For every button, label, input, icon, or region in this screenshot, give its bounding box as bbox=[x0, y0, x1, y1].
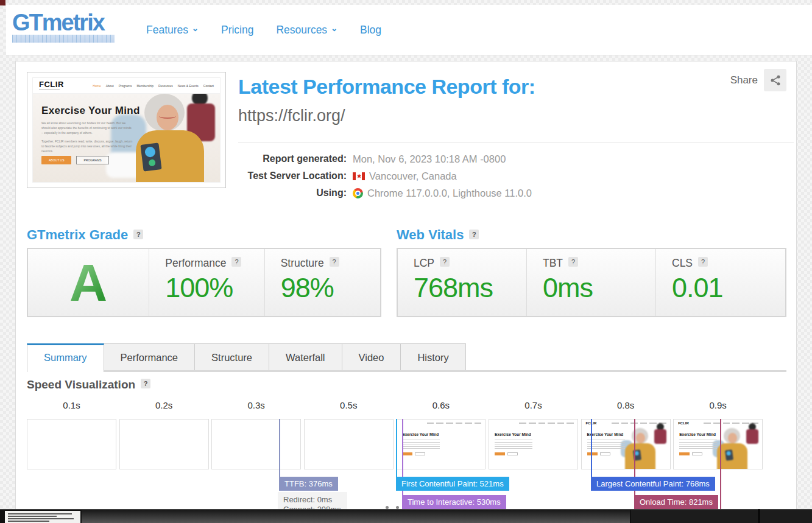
thumbnail-nav-links: Home About Programs Membership Resources… bbox=[93, 84, 214, 88]
performance-value: 100% bbox=[165, 272, 264, 304]
tbt-value: 0ms bbox=[543, 272, 655, 304]
tab-history[interactable]: History bbox=[401, 343, 465, 370]
time-label: 0.5s bbox=[304, 400, 394, 410]
thumbnail-nav: FCLIR Home About Programs Membership Res… bbox=[33, 78, 220, 94]
site-header: GTmetrix Features⌄ Pricing Resources⌄ Bl… bbox=[6, 5, 812, 55]
background-document-fragment bbox=[5, 511, 80, 523]
help-icon[interactable]: ? bbox=[568, 257, 578, 267]
fcp-marker-line bbox=[396, 419, 397, 477]
grade-heading: GTmetrix Grade? bbox=[27, 227, 143, 243]
nav-pricing[interactable]: Pricing bbox=[221, 24, 254, 37]
time-label: 0.6s bbox=[396, 400, 485, 410]
mini-button-outline bbox=[507, 452, 518, 455]
lcp-badge: Largest Contentful Paint: 768ms bbox=[591, 477, 715, 491]
woman-glasses bbox=[159, 113, 176, 119]
time-label: 0.7s bbox=[489, 400, 578, 410]
window-dot bbox=[396, 506, 399, 509]
help-icon[interactable]: ? bbox=[698, 257, 708, 267]
mini-heading: Exercise Your Mind bbox=[495, 432, 531, 437]
nav-features[interactable]: Features⌄ bbox=[146, 24, 199, 37]
thumbnail-paragraph: We all know about exercising our bodies … bbox=[41, 121, 133, 135]
gtmetrix-report-page: GTmetrix Features⌄ Pricing Resources⌄ Bl… bbox=[0, 0, 812, 523]
time-label: 0.9s bbox=[673, 400, 763, 410]
tab-performance[interactable]: Performance bbox=[104, 343, 195, 370]
about-us-button: ABOUT US bbox=[41, 156, 71, 164]
ruler-graphic bbox=[12, 35, 115, 43]
mini-button-outline bbox=[600, 452, 610, 455]
grade-letter: A bbox=[69, 256, 107, 309]
tbt-cell: TBT? 0ms bbox=[527, 249, 656, 316]
mini-button-outline bbox=[692, 452, 702, 455]
structure-cell: Structure? 98% bbox=[265, 249, 380, 316]
cls-value: 0.01 bbox=[672, 272, 785, 304]
grade-letter-cell: A bbox=[28, 249, 149, 316]
mini-nav bbox=[427, 423, 482, 424]
mini-paragraph bbox=[587, 440, 625, 449]
mini-button-orange bbox=[495, 452, 505, 455]
window-dot bbox=[386, 506, 389, 509]
help-icon[interactable]: ? bbox=[141, 379, 150, 388]
gtmetrix-logo-text: GTmetrix bbox=[12, 11, 115, 34]
lcp-marker-line bbox=[591, 419, 592, 477]
background-window-panel-right bbox=[631, 510, 812, 523]
time-label: 0.8s bbox=[581, 400, 671, 410]
mini-heading: Exercise Your Mind bbox=[402, 432, 439, 437]
filmstrip-frame-partial: Exercise Your Mind bbox=[489, 419, 578, 469]
site-thumbnail: FCLIR Home About Programs Membership Res… bbox=[27, 72, 226, 188]
filmstrip-frame-partial: Exercise Your Mind bbox=[396, 419, 485, 469]
thumbnail-paragraph: Together, FCLIR members read, write, dis… bbox=[41, 139, 133, 153]
tablet bbox=[140, 142, 161, 171]
mini-button-orange bbox=[587, 452, 598, 455]
help-icon[interactable]: ? bbox=[330, 257, 339, 267]
tab-summary[interactable]: Summary bbox=[27, 343, 104, 372]
nav-blog[interactable]: Blog bbox=[360, 24, 381, 37]
share-control: Share bbox=[730, 69, 786, 91]
share-button[interactable] bbox=[764, 69, 786, 91]
mini-paragraph bbox=[402, 440, 440, 449]
fclir-logo: FCLIR bbox=[39, 81, 64, 90]
main-nav: Features⌄ Pricing Resources⌄ Blog bbox=[146, 5, 381, 55]
chevron-down-icon: ⌄ bbox=[192, 24, 199, 33]
report-meta: Report generated: Mon, Nov 6, 2023 10:18… bbox=[238, 150, 532, 202]
vitals-box: LCP? 768ms TBT? 0ms CLS? 0.01 bbox=[397, 248, 786, 317]
tab-waterfall[interactable]: Waterfall bbox=[269, 343, 342, 370]
help-icon[interactable]: ? bbox=[231, 257, 241, 267]
tab-structure[interactable]: Structure bbox=[195, 343, 269, 370]
meta-row-generated: Report generated: Mon, Nov 6, 2023 10:18… bbox=[238, 150, 532, 167]
corner-artifact bbox=[0, 0, 5, 5]
ttfb-badge: TTFB: 376ms bbox=[279, 477, 338, 491]
onload-badge: Onload Time: 821ms bbox=[634, 495, 718, 509]
filmstrip-frame-blank bbox=[27, 419, 116, 469]
thumbnail-heading: Exercise Your Mind bbox=[41, 105, 140, 117]
tti-badge: Time to Interactive: 530ms bbox=[402, 495, 506, 509]
ttfb-marker-line bbox=[279, 419, 280, 477]
share-icon bbox=[769, 74, 782, 86]
mini-paragraph bbox=[495, 440, 532, 449]
thumbnail-buttons: ABOUT US PROGRAMS bbox=[41, 156, 109, 164]
mini-heading: Exercise Your Mind bbox=[587, 432, 624, 437]
thumbnail-hero: Exercise Your Mind We all know about exe… bbox=[33, 94, 220, 182]
share-label: Share bbox=[730, 74, 758, 86]
divider bbox=[238, 142, 794, 142]
mini-button-orange bbox=[402, 452, 412, 455]
help-icon[interactable]: ? bbox=[440, 257, 450, 267]
help-icon[interactable]: ? bbox=[469, 230, 479, 239]
nav-resources[interactable]: Resources⌄ bbox=[276, 24, 337, 37]
gtmetrix-logo[interactable]: GTmetrix bbox=[12, 11, 115, 43]
filmstrip-frame-blank bbox=[211, 419, 301, 469]
canada-flag-icon bbox=[353, 172, 365, 180]
time-label: 0.1s bbox=[27, 400, 116, 410]
help-icon[interactable]: ? bbox=[133, 230, 143, 239]
mini-button-outline bbox=[415, 452, 425, 455]
chrome-icon bbox=[353, 188, 363, 198]
report-title: Latest Performance Report for: bbox=[238, 75, 535, 99]
mini-heading: Exercise Your Mind bbox=[679, 432, 716, 437]
background-window-bar bbox=[0, 509, 812, 523]
filmstrip-frame-full: FCLIR Exercise Your Mind bbox=[581, 419, 671, 469]
tab-video[interactable]: Video bbox=[342, 343, 401, 370]
time-label: 0.2s bbox=[119, 400, 209, 410]
performance-cell: Performance? 100% bbox=[149, 249, 264, 316]
lcp-value: 768ms bbox=[414, 272, 526, 304]
fcp-badge: First Contentful Paint: 521ms bbox=[396, 477, 509, 491]
report-card: FCLIR Home About Programs Membership Res… bbox=[15, 61, 797, 523]
